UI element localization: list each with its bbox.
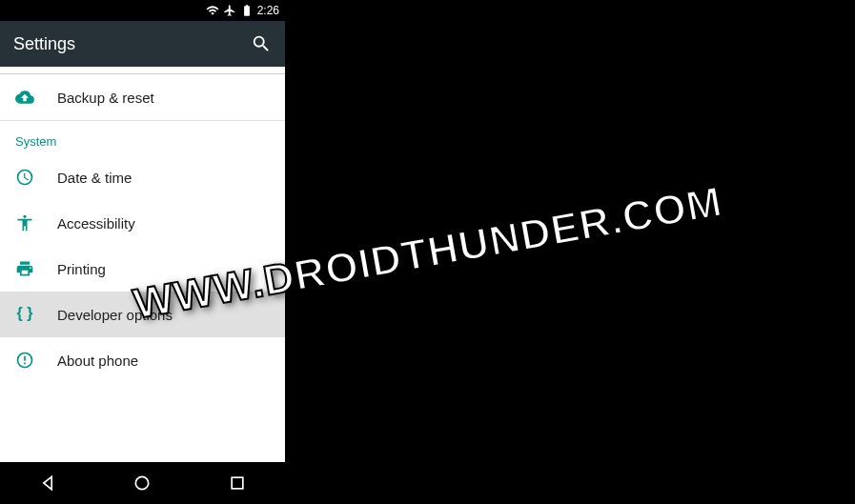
row-label: About phone bbox=[57, 353, 270, 369]
row-label: Date & time bbox=[57, 170, 270, 186]
page-title: Settings bbox=[13, 34, 232, 54]
app-bar: Settings bbox=[0, 21, 285, 67]
row-date-time[interactable]: Date & time bbox=[0, 154, 285, 200]
svg-rect-1 bbox=[232, 477, 243, 489]
cloud-icon bbox=[15, 88, 34, 107]
airplane-icon bbox=[223, 4, 236, 17]
row-label: Backup & reset bbox=[57, 90, 270, 106]
braces-icon: { } bbox=[15, 305, 34, 324]
row-about-phone[interactable]: About phone bbox=[0, 337, 285, 383]
search-icon[interactable] bbox=[251, 33, 272, 54]
svg-point-0 bbox=[136, 476, 149, 489]
row-label: Printing bbox=[57, 261, 270, 277]
clock-icon bbox=[15, 168, 34, 187]
row-backup-reset[interactable]: Backup & reset bbox=[0, 74, 285, 120]
row-label: Accessibility bbox=[57, 215, 270, 232]
screenshot-settings: 2:26 Settings Backup & reset System Date… bbox=[0, 0, 285, 504]
print-icon bbox=[15, 259, 34, 278]
row-label: Developer options bbox=[57, 307, 270, 323]
nav-bar bbox=[0, 462, 285, 504]
accessibility-icon bbox=[15, 213, 34, 232]
row-developer-options[interactable]: { } Developer options bbox=[0, 292, 285, 337]
nav-back-icon[interactable] bbox=[38, 474, 57, 493]
info-icon bbox=[15, 351, 34, 370]
wifi-icon bbox=[206, 4, 219, 17]
nav-home-icon[interactable] bbox=[132, 474, 152, 493]
row-accessibility[interactable]: Accessibility bbox=[0, 200, 285, 246]
status-bar: 2:26 bbox=[0, 0, 285, 21]
section-system: System bbox=[0, 121, 285, 154]
nav-recent-icon[interactable] bbox=[228, 474, 247, 493]
settings-list: Backup & reset System Date & time Access… bbox=[0, 74, 285, 462]
battery-icon bbox=[240, 4, 254, 17]
row-printing[interactable]: Printing bbox=[0, 246, 285, 292]
status-time: 2:26 bbox=[257, 4, 279, 17]
